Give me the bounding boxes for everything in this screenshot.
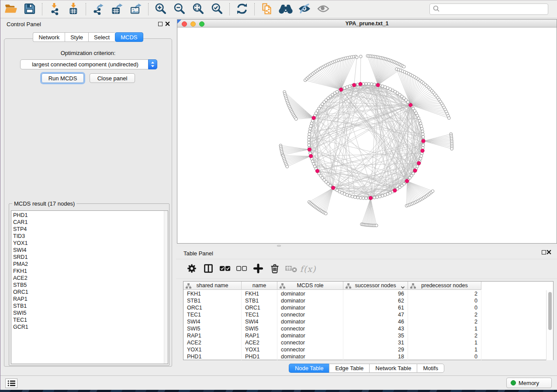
mcds-result-item[interactable]: RAP1: [11, 296, 168, 303]
export-network-button[interactable]: [92, 3, 105, 16]
export-image-button[interactable]: [129, 3, 142, 16]
mcds-result-item[interactable]: STB1: [11, 303, 168, 309]
control-panel-float-icon[interactable]: [158, 22, 163, 26]
open-session-button[interactable]: [4, 3, 17, 16]
mcds-result-item[interactable]: STB5: [11, 282, 168, 289]
find-button[interactable]: [279, 3, 292, 16]
zoom-out-icon: [173, 2, 186, 17]
table-scrollbar-thumb[interactable]: [548, 292, 552, 330]
mcds-result-item[interactable]: SWI5: [11, 309, 168, 316]
select-all-columns-button[interactable]: [220, 264, 230, 274]
maximize-window-icon[interactable]: [199, 21, 204, 27]
column-header-predecessor-nodes[interactable]: predecessor nodes: [408, 282, 481, 290]
control-panel-tab-network[interactable]: Network: [33, 32, 65, 42]
zoom-selected-button[interactable]: [211, 3, 224, 16]
table-row[interactable]: RAP1RAP1dominator352: [183, 332, 547, 339]
unselect-all-columns-icon: [236, 263, 247, 275]
column-header-MCDS-role[interactable]: MCDS role: [277, 282, 343, 290]
table-row[interactable]: YOX1YOX1connector291: [183, 346, 547, 353]
table-tab-motifs[interactable]: Motifs: [417, 364, 444, 373]
mcds-result-item[interactable]: ORC1: [11, 289, 168, 296]
run-mcds-button[interactable]: Run MCDS: [42, 73, 84, 83]
table-row[interactable]: STB1STB1dominator620: [183, 297, 547, 304]
criterion-dropdown-arrows-icon[interactable]: [148, 59, 157, 69]
control-panel-close-icon[interactable]: [165, 21, 171, 27]
network-window-title: YPA_prune.txt_1: [177, 21, 557, 27]
criterion-select[interactable]: largest connected component (undirected): [20, 59, 157, 69]
mcds-result-item[interactable]: SWI4: [11, 247, 168, 254]
zoom-in-button[interactable]: [154, 3, 167, 16]
mcds-result-item[interactable]: FKH1: [11, 268, 168, 275]
unselect-all-columns-button[interactable]: [236, 264, 247, 274]
delete-column-button[interactable]: [270, 264, 280, 274]
table-row[interactable]: ACE2ACE2connector311: [183, 339, 547, 346]
mcds-list-scrollbar[interactable]: [164, 211, 168, 364]
export-image-icon: [129, 2, 142, 17]
table-row[interactable]: SWI4SWI4dominator462: [183, 318, 547, 325]
import-table-button[interactable]: [67, 3, 80, 16]
hide-selected-button[interactable]: [298, 3, 311, 16]
import-network-button[interactable]: [48, 3, 61, 16]
table-cell: 1: [408, 325, 477, 332]
table-tab-network-table[interactable]: Network Table: [369, 364, 417, 373]
mcds-result-item[interactable]: GCR1: [11, 323, 168, 330]
table-row[interactable]: SWI5SWI5connector431: [183, 325, 547, 332]
table-panel-close-icon[interactable]: [547, 249, 552, 255]
sort-chevron-icon[interactable]: [401, 284, 405, 290]
delete-table-button: [286, 264, 297, 274]
toolbar-separator: [148, 3, 149, 15]
apply-layout-button[interactable]: [235, 3, 249, 16]
table-tab-edge-table[interactable]: Edge Table: [329, 364, 369, 373]
table-tab-node-table[interactable]: Node Table: [289, 364, 329, 373]
table-row[interactable]: FKH1FKH1dominator962: [183, 290, 547, 297]
table-row[interactable]: PHD1PHD1dominator180: [183, 353, 547, 360]
network-canvas[interactable]: [177, 28, 557, 243]
search-input[interactable]: [440, 5, 548, 14]
table-cell: STB1: [187, 297, 242, 304]
create-column-button[interactable]: [253, 264, 263, 274]
column-header-label: shared name: [197, 282, 228, 289]
close-panel-button[interactable]: Close panel: [90, 73, 135, 83]
mcds-result-item[interactable]: YOX1: [11, 240, 168, 247]
table-panel-float-icon[interactable]: [542, 250, 546, 254]
export-table-button[interactable]: [111, 3, 124, 16]
control-panel-tab-mcds[interactable]: MCDS: [115, 32, 143, 42]
zoom-out-button[interactable]: [173, 3, 186, 16]
zoom-fit-button[interactable]: [192, 3, 205, 16]
network-window-titlebar[interactable]: YPA_prune.txt_1: [177, 20, 557, 28]
task-history-button[interactable]: [5, 378, 17, 388]
control-panel-tab-style[interactable]: Style: [65, 32, 88, 42]
column-header-successor-nodes[interactable]: successor nodes: [343, 282, 408, 290]
mcds-result-item[interactable]: TEC1: [11, 316, 168, 323]
table-cell: 2: [408, 290, 477, 297]
table-options-button[interactable]: [187, 264, 197, 274]
mcds-result-item[interactable]: STP4: [11, 226, 168, 233]
mcds-result-item[interactable]: PMA2: [11, 261, 168, 268]
show-column-panel-button[interactable]: [203, 264, 214, 274]
memory-button[interactable]: Memory: [506, 378, 552, 388]
mcds-result-item[interactable]: TID3: [11, 233, 168, 240]
column-header-shared-name[interactable]: shared name: [183, 282, 242, 290]
control-panel-tab-select[interactable]: Select: [88, 32, 115, 42]
table-row[interactable]: TEC1TEC1connector472: [183, 311, 547, 318]
save-session-button[interactable]: [23, 3, 36, 16]
table-cell: SWI4: [245, 318, 277, 325]
table-row[interactable]: ORC1ORC1dominator610: [183, 304, 547, 311]
minimize-window-icon[interactable]: [190, 21, 196, 27]
table-cell: RAP1: [245, 332, 277, 339]
table-scrollbar[interactable]: [546, 290, 553, 360]
column-header-name[interactable]: name: [242, 282, 277, 290]
search-box[interactable]: [429, 3, 548, 15]
mcds-result-item[interactable]: ACE2: [11, 275, 168, 282]
duplicate-network-button[interactable]: [260, 3, 273, 16]
mcds-result-item[interactable]: PHD1: [11, 212, 168, 219]
mcds-result-item[interactable]: CAR1: [11, 219, 168, 226]
create-column-icon: [253, 263, 263, 275]
table-cell: PHD1: [245, 353, 277, 360]
mcds-result-item[interactable]: SRD1: [11, 254, 168, 261]
shared-column-icon: [186, 283, 191, 290]
network-graph[interactable]: [177, 28, 557, 243]
close-window-icon[interactable]: [182, 21, 187, 27]
mcds-result-list[interactable]: PHD1CAR1STP4TID3YOX1SWI4SRD1PMA2FKH1ACE2…: [11, 210, 168, 364]
table-cell: ACE2: [187, 339, 242, 346]
